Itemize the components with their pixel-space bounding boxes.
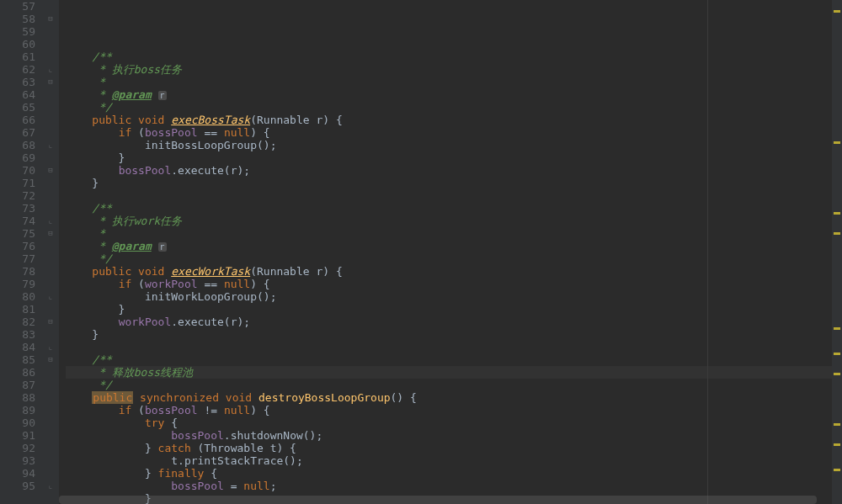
line-number: 93 bbox=[0, 454, 35, 467]
stripe-marker-warn[interactable] bbox=[834, 469, 840, 471]
token-com: * 释放 bbox=[66, 366, 134, 379]
code-line[interactable] bbox=[66, 38, 842, 50]
code-line[interactable]: */ bbox=[66, 379, 842, 391]
fold-marker[interactable]: ⊟ bbox=[42, 76, 59, 88]
code-line[interactable]: try { bbox=[66, 416, 842, 429]
fold-marker bbox=[42, 189, 59, 202]
fold-marker bbox=[42, 328, 59, 341]
token-text bbox=[66, 50, 92, 63]
code-line[interactable]: t.printStackTrace(); bbox=[66, 454, 842, 467]
code-line[interactable]: */ bbox=[66, 252, 842, 265]
code-line[interactable]: public synchronized void destroyBossLoop… bbox=[66, 391, 842, 404]
code-line[interactable]: * 执行boss任务 bbox=[66, 63, 842, 76]
code-line[interactable]: } finally { bbox=[66, 467, 842, 480]
code-line[interactable]: workPool.execute(r); bbox=[66, 316, 842, 328]
fold-marker bbox=[42, 366, 59, 379]
code-editor[interactable]: 5758596061626364656667686970717273747576… bbox=[0, 0, 842, 504]
fold-marker bbox=[42, 429, 59, 442]
token-kw: null bbox=[224, 278, 250, 290]
token-field: workPool bbox=[119, 316, 172, 328]
fold-marker[interactable]: ⊟ bbox=[42, 227, 59, 240]
token-text: } bbox=[66, 467, 158, 480]
fold-column[interactable]: ⊟⌞⊟⌞⊟⌞⊟⌞⊟⌞⊟⌞ bbox=[42, 0, 59, 504]
fold-marker[interactable]: ⌞ bbox=[42, 63, 59, 76]
code-line[interactable]: if (bossPool == null) { bbox=[66, 126, 842, 139]
code-line[interactable]: initBossLoopGroup(); bbox=[66, 139, 842, 151]
code-line[interactable] bbox=[66, 189, 842, 202]
line-number: 86 bbox=[0, 366, 35, 379]
code-line[interactable]: } bbox=[66, 303, 842, 316]
token-text bbox=[66, 126, 119, 139]
code-line[interactable]: /** bbox=[66, 50, 842, 63]
token-text: ) { bbox=[250, 126, 269, 139]
line-number: 78 bbox=[0, 265, 35, 278]
fold-marker[interactable]: ⊟ bbox=[42, 13, 59, 25]
token-text bbox=[66, 416, 145, 429]
line-number: 76 bbox=[0, 240, 35, 252]
code-line[interactable]: /** bbox=[66, 202, 842, 215]
token-field: bossPool bbox=[119, 164, 172, 177]
line-number: 90 bbox=[0, 416, 35, 429]
horizontal-scrollbar[interactable] bbox=[59, 496, 832, 504]
code-line[interactable]: * 释放boss线程池 bbox=[66, 366, 842, 379]
error-stripe[interactable] bbox=[832, 0, 842, 504]
code-line[interactable]: * @param r bbox=[66, 240, 842, 252]
code-line[interactable]: */ bbox=[66, 101, 842, 114]
code-line[interactable]: } bbox=[66, 328, 842, 341]
line-number: 71 bbox=[0, 177, 35, 189]
stripe-marker-warn[interactable] bbox=[834, 353, 840, 355]
fold-marker bbox=[42, 0, 59, 13]
stripe-marker-warn[interactable] bbox=[834, 212, 840, 215]
line-number: 74 bbox=[0, 215, 35, 227]
token-text: { bbox=[210, 467, 217, 480]
code-line[interactable]: public void execBossTask(Runnable r) { bbox=[66, 114, 842, 126]
line-number: 75 bbox=[0, 227, 35, 240]
code-line[interactable]: /** bbox=[66, 353, 842, 366]
line-number: 94 bbox=[0, 467, 35, 480]
code-line[interactable]: * @param r bbox=[66, 88, 842, 101]
code-line[interactable]: * 执行work任务 bbox=[66, 215, 842, 227]
stripe-marker-warn[interactable] bbox=[834, 423, 840, 426]
fold-marker[interactable]: ⊟ bbox=[42, 164, 59, 177]
stripe-marker-warn[interactable] bbox=[834, 232, 840, 235]
right-margin-guide bbox=[707, 0, 708, 504]
stripe-marker-warn[interactable] bbox=[834, 10, 840, 13]
token-kw: if bbox=[119, 404, 138, 416]
fold-marker[interactable]: ⌞ bbox=[42, 480, 59, 492]
stripe-marker-warn[interactable] bbox=[834, 141, 840, 144]
code-line[interactable]: } bbox=[66, 151, 842, 164]
code-line[interactable]: * bbox=[66, 227, 842, 240]
stripe-marker-warn[interactable] bbox=[834, 373, 840, 375]
line-number: 59 bbox=[0, 25, 35, 38]
fold-marker[interactable]: ⌞ bbox=[42, 215, 59, 227]
line-number: 70 bbox=[0, 164, 35, 177]
code-line[interactable]: initWorkLoopGroup(); bbox=[66, 290, 842, 303]
code-line[interactable]: if (workPool == null) { bbox=[66, 278, 842, 290]
code-area[interactable]: /** * 执行boss任务 * * @param r */ public vo… bbox=[59, 0, 842, 504]
fold-marker[interactable]: ⊟ bbox=[42, 353, 59, 366]
token-field: bossPool bbox=[171, 480, 224, 492]
code-line[interactable]: * bbox=[66, 76, 842, 88]
stripe-marker-warn[interactable] bbox=[834, 443, 840, 446]
token-com: 任务 bbox=[160, 215, 182, 227]
fold-marker bbox=[42, 404, 59, 416]
token-field: bossPool bbox=[145, 126, 198, 139]
token-kw: null bbox=[243, 480, 269, 492]
code-line[interactable]: } catch (Throwable t) { bbox=[66, 442, 842, 454]
token-text: == bbox=[198, 278, 224, 290]
code-line[interactable]: bossPool = null; bbox=[66, 480, 842, 492]
code-line[interactable]: public void execWorkTask(Runnable r) { bbox=[66, 265, 842, 278]
code-line[interactable]: } bbox=[66, 177, 842, 189]
code-line[interactable]: bossPool.shutdownNow(); bbox=[66, 429, 842, 442]
fold-marker[interactable]: ⊟ bbox=[42, 316, 59, 328]
code-line[interactable] bbox=[66, 341, 842, 353]
fold-marker[interactable]: ⌞ bbox=[42, 139, 59, 151]
code-line[interactable]: bossPool.execute(r); bbox=[66, 164, 842, 177]
fold-marker[interactable]: ⌞ bbox=[42, 341, 59, 353]
stripe-marker-warn[interactable] bbox=[834, 327, 840, 330]
token-text bbox=[66, 391, 92, 404]
scrollbar-thumb[interactable] bbox=[59, 496, 817, 504]
code-line[interactable]: if (bossPool != null) { bbox=[66, 404, 842, 416]
fold-marker[interactable]: ⌞ bbox=[42, 290, 59, 303]
token-text: ; bbox=[270, 480, 277, 492]
